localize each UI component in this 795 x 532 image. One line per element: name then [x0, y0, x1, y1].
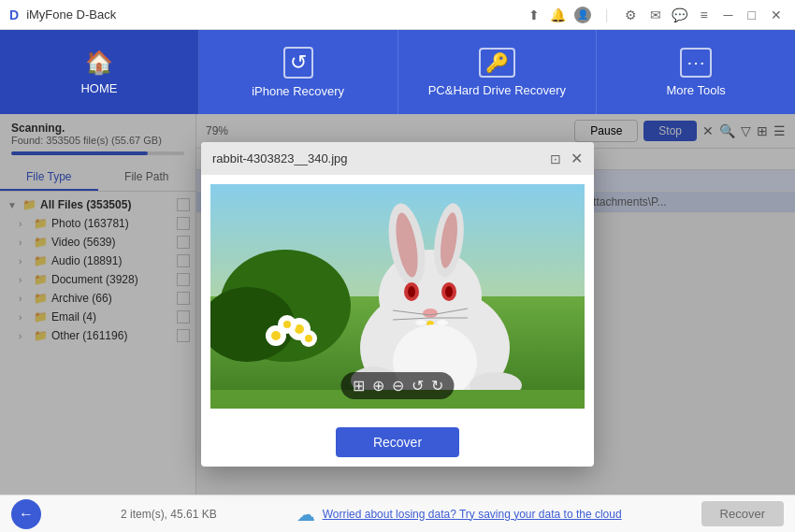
notification-icon[interactable]: 🔔 [550, 7, 567, 23]
nav-pc-label: PC&Hard Drive Recovery [428, 83, 566, 97]
modal-recover-button[interactable]: Recover [336, 427, 459, 457]
image-preview-container: ⊞ ⊕ ⊖ ↺ ↻ [210, 184, 585, 409]
image-preview-modal: rabbit-4303823__340.jpg ⊡ ✕ [201, 142, 594, 467]
home-icon: 🏠 [85, 50, 113, 76]
app-title: iMyFone D-Back [26, 7, 116, 22]
app-logo: D [9, 7, 19, 22]
modal-overlay: rabbit-4303823__340.jpg ⊡ ✕ [0, 114, 795, 495]
image-toolbar: ⊞ ⊕ ⊖ ↺ ↻ [341, 372, 455, 399]
close-button[interactable]: ✕ [767, 7, 786, 22]
nav-iphone-label: iPhone Recovery [252, 84, 344, 98]
cloud-notice: ☁ Worried about losing data? Try saving … [296, 503, 622, 525]
nav-more-tools[interactable]: ⋯ More Tools [597, 30, 795, 114]
svg-point-11 [271, 331, 281, 340]
bottom-bar: ← 2 item(s), 45.61 KB ☁ Worried about lo… [0, 495, 795, 532]
maximize-button[interactable]: □ [744, 7, 759, 22]
modal-footer: Recover [201, 418, 594, 467]
items-info: 2 item(s), 45.61 KB [121, 508, 217, 521]
nav-pc-recovery[interactable]: 🔑 PC&Hard Drive Recovery [398, 30, 598, 114]
modal-restore-icon[interactable]: ⊡ [550, 151, 561, 166]
modal-close-button[interactable]: ✕ [571, 150, 583, 167]
svg-point-7 [283, 321, 291, 328]
zoom-out-icon[interactable]: ⊖ [392, 377, 404, 395]
svg-point-9 [305, 335, 312, 342]
title-bar: D iMyFone D-Back ⬆ 🔔 👤 | ⚙ ✉ 💬 ≡ ─ □ ✕ [0, 0, 795, 30]
more-tools-icon: ⋯ [680, 48, 712, 78]
svg-point-19 [408, 286, 415, 297]
nav-iphone-recovery[interactable]: ↺ iPhone Recovery [199, 30, 398, 114]
nav-home[interactable]: 🏠 HOME [0, 30, 199, 114]
nav-more-label: More Tools [666, 83, 725, 97]
rotate-left-icon[interactable]: ↺ [412, 377, 424, 395]
share-icon[interactable]: ⬆ [526, 7, 542, 23]
mail-icon[interactable]: ✉ [647, 7, 664, 23]
zoom-in-icon[interactable]: ⊕ [372, 377, 384, 395]
minimize-button[interactable]: ─ [720, 7, 737, 22]
pc-icon: 🔑 [479, 48, 515, 78]
settings-icon[interactable]: ⚙ [623, 7, 640, 23]
modal-title: rabbit-4303823__340.jpg [212, 151, 348, 165]
chat-icon[interactable]: 💬 [672, 7, 688, 23]
divider: | [599, 7, 615, 23]
svg-point-21 [445, 286, 453, 297]
fit-icon[interactable]: ⊞ [353, 377, 365, 395]
svg-point-23 [415, 320, 426, 325]
modal-body: ⊞ ⊕ ⊖ ↺ ↻ [201, 175, 594, 418]
menu-icon[interactable]: ≡ [696, 7, 713, 23]
profile-icon[interactable]: 👤 [574, 7, 591, 23]
nav-bar: 🏠 HOME ↺ iPhone Recovery 🔑 PC&Hard Drive… [0, 30, 795, 114]
iphone-icon: ↺ [283, 47, 313, 79]
main-content: Scanning. Found: 353505 file(s) (55.67 G… [0, 114, 795, 495]
title-bar-controls: ⬆ 🔔 👤 | ⚙ ✉ 💬 ≡ ─ □ ✕ [526, 7, 786, 23]
bottom-recover-button[interactable]: Recover [701, 501, 784, 526]
cloud-notice-text[interactable]: Worried about losing data? Try saving yo… [323, 508, 622, 521]
svg-point-25 [437, 320, 448, 325]
title-bar-left: D iMyFone D-Back [9, 7, 116, 22]
rotate-right-icon[interactable]: ↻ [431, 377, 443, 395]
modal-header: rabbit-4303823__340.jpg ⊡ ✕ [201, 142, 594, 175]
nav-home-label: HOME [80, 81, 117, 95]
svg-point-22 [423, 309, 438, 318]
cloud-icon: ☁ [296, 503, 315, 525]
back-button[interactable]: ← [11, 499, 41, 529]
